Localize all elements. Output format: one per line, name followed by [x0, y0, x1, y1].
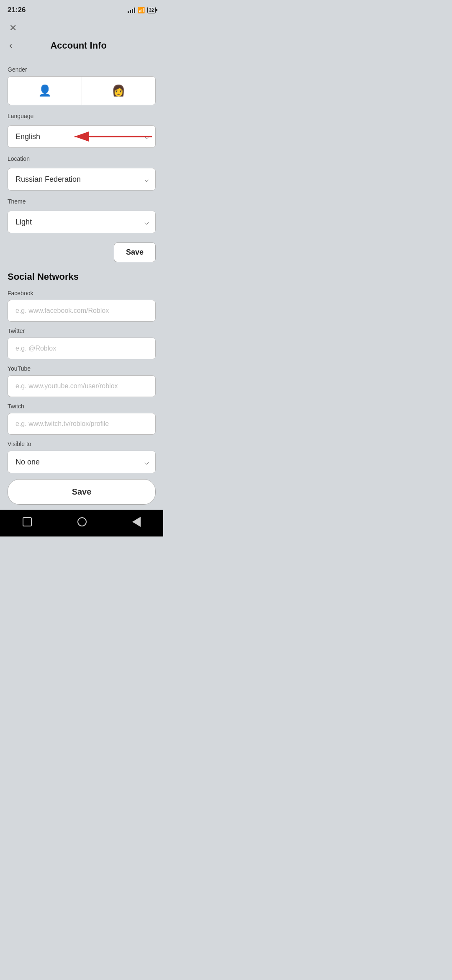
gender-female-button[interactable]: 👩 [82, 77, 156, 105]
status-bar: 21:26 📶 32 [0, 0, 163, 18]
twitter-label: Twitter [8, 328, 156, 334]
nav-back-button[interactable] [132, 517, 141, 527]
facebook-input[interactable] [8, 300, 156, 322]
signal-icon [128, 7, 135, 13]
close-button[interactable]: ✕ [8, 22, 18, 34]
location-select[interactable]: Russian Federation United States United … [8, 168, 156, 191]
youtube-input[interactable] [8, 375, 156, 397]
nav-circle-icon [77, 517, 87, 526]
gender-male-button[interactable]: 👤 [8, 77, 82, 105]
female-icon: 👩 [112, 84, 125, 97]
content-area: Gender 👤 👩 Language English Russian Span… [0, 59, 163, 479]
theme-select[interactable]: Light Dark [8, 211, 156, 233]
visible-to-selector-wrapper: No one Friends Everyone ⌵ [8, 451, 156, 473]
wifi-icon: 📶 [138, 7, 145, 13]
twitch-label: Twitch [8, 403, 156, 410]
header: ‹ Account Info [0, 38, 163, 59]
language-label: Language [8, 113, 156, 119]
status-icons: 📶 32 [128, 7, 156, 13]
save-top-area: Save [8, 242, 156, 262]
theme-label: Theme [8, 198, 156, 205]
status-time: 21:26 [8, 6, 26, 14]
battery-icon: 32 [147, 7, 156, 13]
bottom-save-area: Save [0, 479, 163, 510]
back-button[interactable]: ‹ [8, 39, 14, 52]
language-select[interactable]: English Russian Spanish French German [8, 125, 156, 148]
twitter-input[interactable] [8, 338, 156, 359]
save-bottom-button[interactable]: Save [8, 479, 156, 505]
location-label: Location [8, 155, 156, 162]
language-selector-wrapper: English Russian Spanish French German ⌵ [8, 125, 156, 148]
nav-bar [0, 510, 163, 536]
gender-selector: 👤 👩 [8, 76, 156, 105]
gender-label: Gender [8, 66, 156, 73]
visible-to-select[interactable]: No one Friends Everyone [8, 451, 156, 473]
nav-home-button[interactable] [77, 517, 87, 526]
twitch-input[interactable] [8, 413, 156, 435]
nav-triangle-icon [132, 517, 141, 527]
facebook-label: Facebook [8, 290, 156, 297]
theme-selector-wrapper: Light Dark ⌵ [8, 211, 156, 233]
visible-to-label: Visible to [8, 441, 156, 447]
page-title: Account Info [14, 40, 143, 51]
male-icon: 👤 [38, 84, 51, 97]
close-bar: ✕ [0, 18, 163, 38]
save-top-button[interactable]: Save [114, 242, 156, 262]
social-networks-title: Social Networks [8, 271, 156, 282]
location-selector-wrapper: Russian Federation United States United … [8, 168, 156, 191]
nav-square-icon [23, 517, 32, 526]
youtube-label: YouTube [8, 365, 156, 372]
nav-square-button[interactable] [23, 517, 32, 526]
